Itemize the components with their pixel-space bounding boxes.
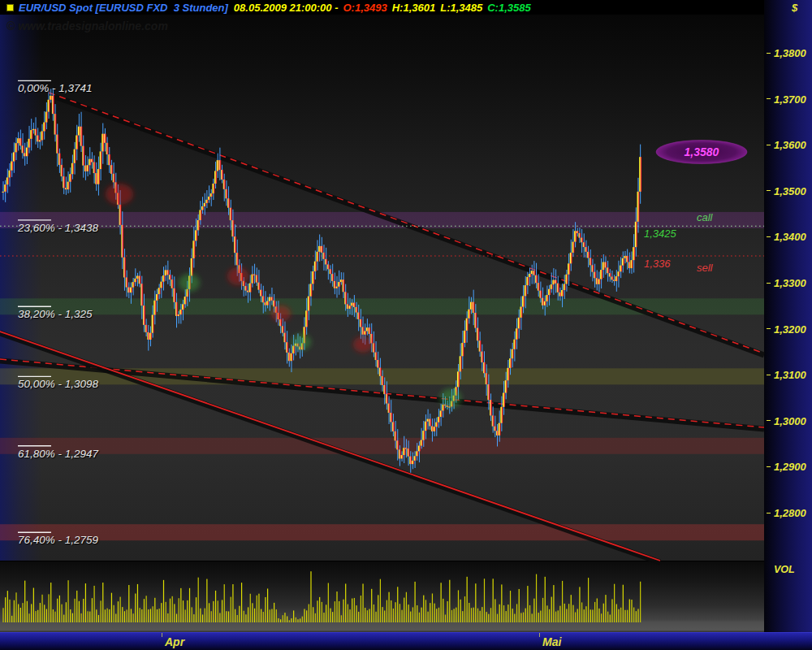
fib-level-label: 0,00% - 1,3741 [18, 82, 93, 94]
instrument-title: EUR/USD Spot [EURUSD FXD 3 Stunden] [19, 2, 228, 14]
price-axis-label: 1,2900 [764, 461, 812, 473]
trading-chart-window: EUR/USD Spot [EURUSD FXD 3 Stunden] 08.0… [0, 0, 812, 650]
series-color-chip[interactable] [6, 4, 14, 11]
price-axis-label: 1,3700 [764, 93, 812, 106]
price-axis-label: 1,2800 [764, 507, 812, 519]
price-axis-label: 1,3300 [764, 277, 812, 289]
current-price-bubble-text: 1,3580 [656, 145, 747, 158]
price-axis-label: 1,3100 [764, 369, 812, 381]
price-axis-label: 1,3600 [764, 139, 812, 151]
month-tick [162, 633, 162, 637]
price-axis-label: 1,3000 [764, 415, 812, 427]
fib-level-label: 38,20% - 1,325 [18, 308, 93, 320]
open-value: O:1,3493 [343, 2, 387, 14]
left-edge-glow [0, 15, 42, 561]
bar-timestamp: 08.05.2009 21:00:00 - [234, 2, 339, 14]
sell-signal-price: 1,336 [644, 258, 671, 270]
axis-currency-symbol: $ [792, 2, 797, 14]
fib-level-label: 23,60% - 1,3438 [18, 222, 98, 234]
call-signal-price: 1,3425 [644, 228, 676, 240]
month-label-apr: Apr [165, 635, 184, 648]
price-axis-label: 1,3200 [764, 323, 812, 336]
fib-level-label: 61,80% - 1,2947 [18, 448, 98, 460]
close-value: C:1,3585 [487, 2, 530, 14]
call-signal-label: call [697, 211, 713, 223]
chart-legend-bar: EUR/USD Spot [EURUSD FXD 3 Stunden] 08.0… [0, 0, 764, 15]
high-value: H:1,3601 [392, 2, 435, 14]
volume-pane[interactable] [0, 561, 764, 632]
volume-axis: VOL 10 T 0 T [764, 561, 812, 632]
price-axis-label: 1,3800 [764, 47, 812, 59]
low-value: L:1,3485 [440, 2, 482, 14]
month-tick [539, 633, 540, 637]
sell-signal-label: sell [697, 262, 713, 274]
price-pane[interactable] [0, 15, 764, 561]
fib-level-label: 50,00% - 1,3098 [18, 378, 98, 390]
volume-axis-title: VOL [774, 564, 795, 575]
price-axis-label: 1,3500 [764, 185, 812, 197]
month-label-mai: Mai [542, 635, 561, 648]
watermark: © www.tradesignalonline.com [6, 20, 168, 32]
time-axis[interactable] [0, 632, 812, 650]
price-axis-label: 1,3400 [764, 231, 812, 243]
fib-level-label: 76,40% - 1,2759 [18, 534, 98, 546]
